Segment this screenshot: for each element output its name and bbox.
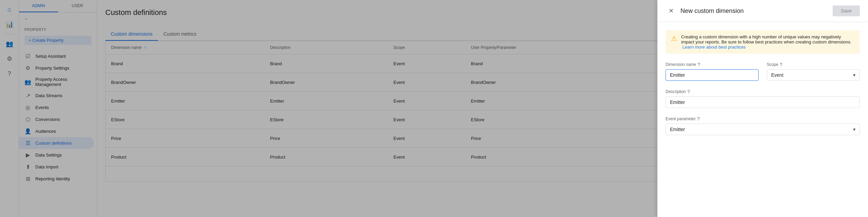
form-row-2: Description ? bbox=[666, 89, 860, 108]
description-help-icon[interactable]: ? bbox=[687, 89, 690, 94]
scope-group: Scope ? Event User ▼ bbox=[767, 62, 860, 81]
scope-select[interactable]: Event User bbox=[767, 69, 860, 81]
side-panel: ✕ New custom dimension Save ⚠ Creating a… bbox=[657, 0, 868, 217]
panel-title: New custom dimension bbox=[680, 7, 829, 15]
panel-body: ⚠ Creating a custom dimension with a hig… bbox=[657, 22, 868, 217]
scope-select-wrapper: Event User ▼ bbox=[767, 69, 860, 81]
description-label: Description ? bbox=[666, 89, 860, 94]
scope-help-icon[interactable]: ? bbox=[780, 62, 782, 67]
warning-icon: ⚠ bbox=[671, 34, 677, 42]
scope-label: Scope ? bbox=[767, 62, 860, 67]
panel-save-button[interactable]: Save bbox=[833, 5, 860, 16]
event-parameter-label: Event parameter ? bbox=[666, 116, 860, 122]
event-parameter-group: Event parameter ? Emitter ▼ bbox=[666, 116, 860, 135]
panel-header: ✕ New custom dimension Save bbox=[657, 0, 868, 22]
event-parameter-help-icon[interactable]: ? bbox=[697, 116, 700, 122]
dimension-name-input[interactable] bbox=[666, 69, 759, 81]
event-parameter-select-wrapper: Emitter ▼ bbox=[666, 124, 860, 135]
panel-close-button[interactable]: ✕ bbox=[666, 5, 676, 16]
warning-box: ⚠ Creating a custom dimension with a hig… bbox=[666, 30, 860, 54]
form-row-1: Dimension name ? Scope ? Event User ▼ bbox=[666, 62, 860, 81]
dimension-name-group: Dimension name ? bbox=[666, 62, 759, 81]
description-input[interactable] bbox=[666, 96, 860, 108]
description-group: Description ? bbox=[666, 89, 860, 108]
warning-text: Creating a custom dimension with a high … bbox=[681, 34, 851, 44]
dimension-name-help-icon[interactable]: ? bbox=[697, 62, 700, 67]
event-parameter-select[interactable]: Emitter bbox=[666, 124, 860, 135]
warning-link[interactable]: Learn more about best practices bbox=[683, 44, 746, 50]
dimension-name-label: Dimension name ? bbox=[666, 62, 759, 67]
